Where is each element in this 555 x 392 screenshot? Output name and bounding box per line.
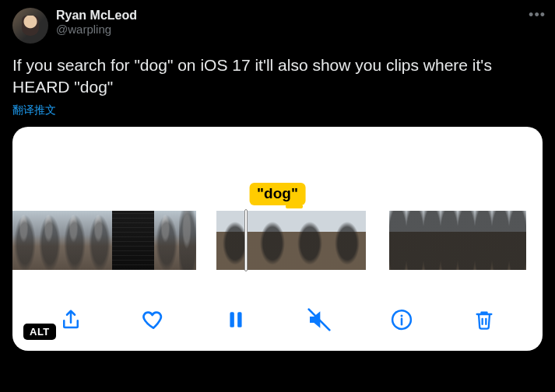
thumbnail (12, 211, 37, 270)
caption-pill: "dog" (249, 183, 306, 205)
thumbnail (291, 211, 328, 270)
thumbnail (423, 211, 441, 270)
mute-icon[interactable] (302, 303, 336, 337)
thumbnail (179, 211, 196, 270)
video-timeline[interactable] (12, 211, 543, 270)
display-name: Ryan McLeod (56, 8, 137, 23)
thumbnail (216, 211, 254, 270)
clip-group[interactable] (216, 211, 366, 270)
thumbnail (62, 211, 87, 270)
alt-badge[interactable]: ALT (23, 324, 56, 340)
playhead[interactable] (244, 209, 248, 271)
thumbnail (328, 211, 366, 270)
thumbnail (254, 211, 291, 270)
thumbnail (112, 211, 137, 270)
thumbnail (137, 211, 154, 270)
thumbnail (406, 211, 423, 270)
thumbnail (37, 211, 62, 270)
video-toolbar (12, 303, 543, 337)
media-card[interactable]: "dog" (12, 127, 543, 351)
tweet-header: Ryan McLeod @warpling ••• (12, 8, 543, 44)
pause-icon[interactable] (219, 303, 253, 337)
share-icon[interactable] (54, 303, 88, 337)
heart-icon[interactable] (136, 303, 170, 337)
more-icon[interactable]: ••• (529, 8, 546, 22)
thumbnail (458, 211, 475, 270)
caption-caret (286, 205, 303, 208)
svg-rect-1 (238, 312, 242, 327)
thumbnail (441, 211, 458, 270)
clip-group[interactable] (389, 211, 526, 270)
tweet: Ryan McLeod @warpling ••• If you search … (0, 0, 555, 363)
media-wrapper: "dog" (12, 127, 543, 351)
thumbnail (87, 211, 112, 270)
info-icon[interactable] (385, 303, 419, 337)
thumbnail (389, 211, 406, 270)
handle: @warpling (56, 23, 137, 37)
svg-rect-0 (230, 312, 234, 327)
thumbnail (154, 211, 179, 270)
svg-point-4 (400, 314, 402, 317)
thumbnail (492, 211, 509, 270)
avatar[interactable] (12, 8, 48, 44)
clip-group[interactable] (12, 211, 196, 270)
thumbnail (509, 211, 526, 270)
trash-icon[interactable] (467, 303, 501, 337)
tweet-body: If you search for "dog" on iOS 17 it'll … (12, 54, 543, 99)
author-names[interactable]: Ryan McLeod @warpling (56, 8, 137, 37)
thumbnail (475, 211, 492, 270)
translate-link[interactable]: 翻译推文 (12, 103, 543, 117)
